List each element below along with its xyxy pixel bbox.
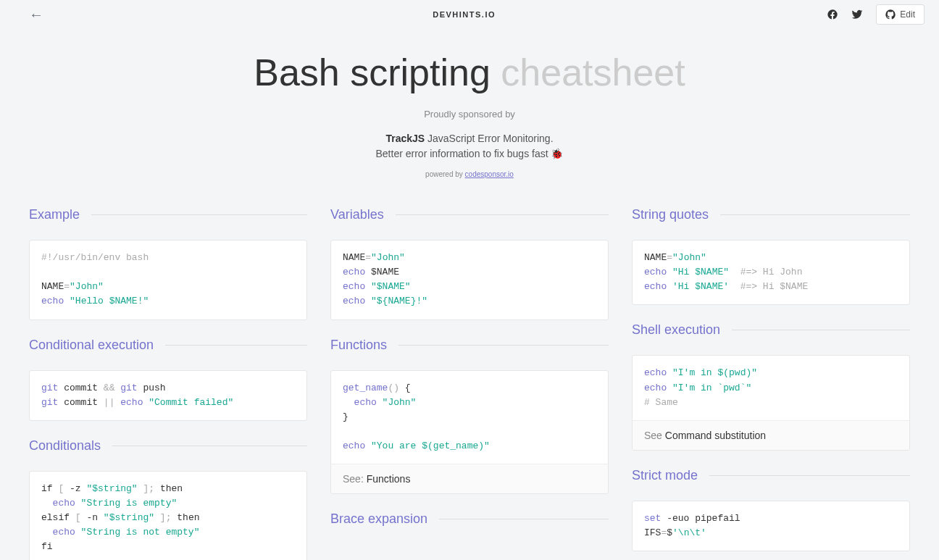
powered-prefix: powered by (425, 170, 464, 178)
facebook-icon[interactable] (827, 9, 838, 20)
header-right: Edit (827, 4, 925, 25)
sponsor-text: TrackJS JavaScript Error Monitoring. Bet… (0, 131, 939, 162)
card-example: #!/usr/bin/env bash NAME="John" echo "He… (29, 240, 307, 320)
sponsor-line2: Better error information to fix bugs fas… (376, 148, 564, 159)
heading-quotes: String quotes (632, 207, 910, 222)
see-shell-exec: See Command substitution (633, 420, 909, 450)
header: ← DEVHINTS.IO Edit (0, 0, 939, 29)
column-1: Example #!/usr/bin/env bash NAME="John" … (29, 207, 307, 560)
code-shell-exec: echo "I'm in $(pwd)" echo "I'm in `pwd`"… (633, 356, 909, 419)
back-arrow-icon[interactable]: ← (29, 7, 43, 22)
title-suffix: cheatsheet (501, 51, 685, 93)
powered-by: powered by codesponsor.io (0, 170, 939, 178)
see-link-cmdsub[interactable]: Command substitution (665, 430, 766, 441)
heading-variables: Variables (330, 207, 609, 222)
heading-brace: Brace expansion (330, 511, 609, 527)
column-2: Variables NAME="John" echo $NAME echo "$… (330, 207, 609, 527)
heading-functions: Functions (330, 338, 609, 353)
heading-strict: Strict mode (632, 468, 910, 483)
card-strict: set -euo pipefail IFS=$'\n\t' (632, 501, 910, 551)
card-functions: get_name() { echo "John" } echo "You are… (330, 370, 609, 495)
see-functions: See: Functions (331, 464, 608, 493)
see-prefix-2: See (644, 430, 665, 441)
github-icon (885, 9, 896, 20)
twitter-icon[interactable] (851, 9, 863, 20)
card-cond-exec: git commit && git push git commit || ech… (29, 370, 307, 421)
heading-conditionals: Conditionals (29, 438, 307, 454)
heading-cond-exec: Conditional execution (29, 338, 307, 353)
card-variables: NAME="John" echo $NAME echo "$NAME" echo… (330, 240, 609, 320)
title-main: Bash scripting (254, 51, 491, 93)
code-example: #!/usr/bin/env bash NAME="John" echo "He… (30, 241, 306, 319)
code-conditionals: if [ -z "$string" ]; then echo "String i… (30, 472, 306, 560)
sponsor-line1: JavaScript Error Monitoring. (425, 133, 553, 144)
code-variables: NAME="John" echo $NAME echo "$NAME" echo… (331, 241, 608, 319)
sponsor-intro: Proudly sponsored by (0, 109, 939, 120)
code-functions: get_name() { echo "John" } echo "You are… (331, 371, 608, 464)
columns: Example #!/usr/bin/env bash NAME="John" … (0, 207, 939, 560)
code-cond-exec: git commit && git push git commit || ech… (30, 371, 306, 420)
see-prefix: See: (343, 473, 367, 485)
site-name[interactable]: DEVHINTS.IO (433, 10, 496, 19)
sponsor-bold: TrackJS (385, 133, 425, 144)
card-conditionals: if [ -z "$string" ]; then echo "String i… (29, 471, 307, 560)
edit-button[interactable]: Edit (876, 4, 925, 25)
heading-example: Example (29, 207, 307, 222)
powered-link[interactable]: codesponsor.io (465, 170, 514, 178)
card-shell-exec: echo "I'm in $(pwd)" echo "I'm in `pwd`"… (632, 355, 910, 450)
edit-label: Edit (900, 9, 915, 20)
column-3: String quotes NAME="John" echo "Hi $NAME… (632, 207, 910, 551)
page-title: Bash scripting cheatsheet (0, 51, 939, 94)
see-link-functions[interactable]: Functions (367, 473, 411, 485)
code-strict: set -euo pipefail IFS=$'\n\t' (633, 501, 909, 551)
title-section: Bash scripting cheatsheet Proudly sponso… (0, 51, 939, 178)
heading-shell-exec: Shell execution (632, 322, 910, 338)
code-quotes: NAME="John" echo "Hi $NAME" #=> Hi John … (633, 241, 909, 304)
card-quotes: NAME="John" echo "Hi $NAME" #=> Hi John … (632, 240, 910, 305)
header-left: ← (29, 7, 101, 23)
